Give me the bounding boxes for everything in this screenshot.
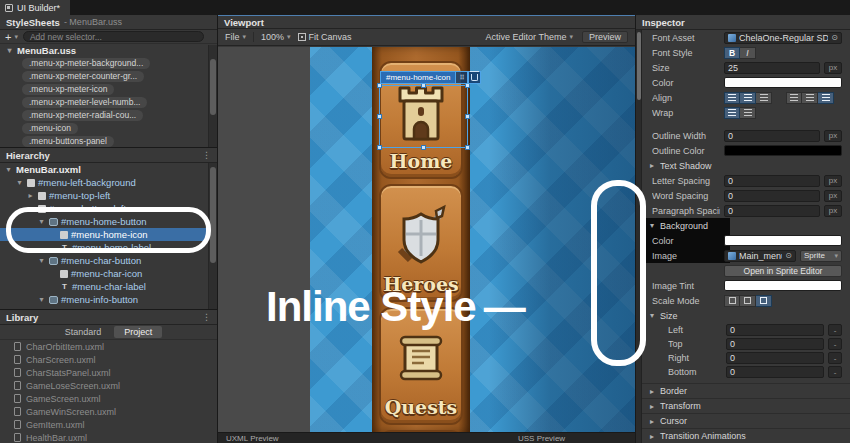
background-foldout[interactable]: ▾ Background (642, 218, 850, 233)
scale-mode-stretch-button[interactable] (724, 295, 740, 307)
uss-selector[interactable]: .menu-buttons-panel (0, 135, 217, 148)
letter-spacing-field[interactable]: 0 (724, 175, 820, 187)
window-tab[interactable]: UI Builder* (0, 0, 70, 15)
add-selector-input[interactable]: Add new selector... (23, 31, 204, 42)
expander-icon[interactable]: ▾ (5, 46, 14, 55)
stylesheet-root-item[interactable]: ▾ MenuBar.uss (0, 44, 217, 57)
hierarchy-scrollbar-thumb[interactable] (210, 167, 216, 263)
add-selector-button[interactable]: + (5, 32, 11, 42)
resize-handle[interactable] (465, 145, 470, 150)
wrap-on-button[interactable] (724, 107, 740, 119)
tab-project[interactable]: Project (114, 326, 162, 338)
library-file-item[interactable]: GameScreen.uxml (0, 392, 217, 405)
paragraph-spacing-unit-dropdown[interactable]: px (824, 205, 842, 217)
hierarchy-menu-icon[interactable]: ⋮ (202, 150, 211, 160)
font-asset-field[interactable]: ChelaOne-Regular SDF T (F ⊙ (724, 32, 842, 44)
uss-selector[interactable]: .menu-xp-meter-background... (0, 57, 217, 70)
word-spacing-unit-dropdown[interactable]: px (824, 190, 842, 202)
inspector-scrollbar-thumb[interactable] (637, 32, 641, 100)
size-left-field[interactable]: 0 (726, 324, 824, 336)
expander-icon[interactable]: ▾ (15, 178, 24, 187)
scale-mode-crop-button[interactable] (740, 295, 756, 307)
size-bottom-unit-dropdown[interactable]: - (828, 366, 842, 378)
library-file-item[interactable]: CharStatsPanel.uxml (0, 366, 217, 379)
scale-mode-fit-button[interactable] (756, 295, 772, 307)
hierarchy-item-menu-char-icon[interactable]: #menu-char-icon (0, 267, 217, 280)
uxml-preview-toggle[interactable]: UXML Preview (226, 434, 279, 443)
size-foldout[interactable]: ▾ Size (642, 308, 850, 323)
resize-handle[interactable] (377, 145, 382, 150)
theme-dropdown[interactable]: Active Editor Theme ▾ (486, 32, 573, 42)
uss-selector[interactable]: .menu-xp-meter-counter-gr... (0, 70, 217, 83)
image-type-dropdown[interactable]: Sprite ▾ (800, 250, 842, 262)
object-picker-icon[interactable]: ⊙ (831, 33, 838, 42)
selection-header[interactable]: #menu-home-icon ⠿ (380, 71, 481, 84)
resize-handle[interactable] (377, 114, 382, 119)
align-horizontal-left-button[interactable] (724, 92, 740, 104)
border-foldout[interactable]: ▸Border (642, 383, 850, 398)
uss-selector[interactable]: .menu-xp-meter-radial-cou... (0, 109, 217, 122)
word-spacing-field[interactable]: 0 (724, 190, 820, 202)
hierarchy-item-menu-top-left[interactable]: ▸#menu-top-left (0, 189, 217, 202)
resize-handle[interactable] (465, 114, 470, 119)
size-right-field[interactable]: 0 (726, 352, 824, 364)
align-vertical-middle-button[interactable] (802, 92, 818, 104)
preview-toggle[interactable]: Preview (582, 31, 628, 43)
selection-delete-button[interactable] (468, 71, 481, 84)
hierarchy-item-menu-char-button[interactable]: ▾#menu-char-button (0, 254, 217, 267)
font-size-field[interactable]: 25 (724, 62, 820, 74)
selection-drag-handle-icon[interactable]: ⠿ (455, 71, 468, 84)
align-vertical-bottom-button[interactable] (818, 92, 834, 104)
library-file-item[interactable]: CharScreen.uxml (0, 353, 217, 366)
align-horizontal-right-button[interactable] (756, 92, 772, 104)
library-menu-icon[interactable]: ⋮ (202, 312, 211, 322)
size-right-unit-dropdown[interactable]: - (828, 352, 842, 364)
hierarchy-item-menu-info-button[interactable]: ▾#menu-info-button (0, 293, 217, 306)
object-picker-icon[interactable]: ⊙ (785, 251, 792, 260)
outline-width-field[interactable]: 0 (724, 130, 820, 142)
hierarchy-item-menu-char-label[interactable]: T#menu-char-label (0, 280, 217, 293)
file-menu[interactable]: File ▾ (225, 32, 246, 42)
stylesheets-scrollbar-thumb[interactable] (210, 59, 216, 115)
size-bottom-field[interactable]: 0 (726, 366, 824, 378)
library-file-item[interactable]: GemItem.uxml (0, 418, 217, 431)
library-file-item[interactable]: GameWinScreen.uxml (0, 405, 217, 418)
tab-standard[interactable]: Standard (55, 326, 112, 338)
size-top-field[interactable]: 0 (726, 338, 824, 350)
font-color-swatch[interactable] (724, 77, 842, 88)
uss-preview-toggle[interactable]: USS Preview (518, 434, 565, 443)
align-horizontal-center-button[interactable] (740, 92, 756, 104)
transform-foldout[interactable]: ▸Transform (642, 398, 850, 413)
library-file-item[interactable]: CharOrbitItem.uxml (0, 340, 217, 353)
letter-spacing-unit-dropdown[interactable]: px (824, 175, 842, 187)
outline-color-swatch[interactable] (724, 145, 842, 156)
fit-canvas-button[interactable]: Fit Canvas (298, 32, 352, 42)
hierarchy-item-MenuBaruxml[interactable]: ▾MenuBar.uxml (0, 163, 217, 176)
expander-icon[interactable]: ▾ (37, 295, 46, 304)
uss-selector[interactable]: .menu-xp-meter-icon (0, 83, 217, 96)
bold-toggle[interactable]: B (724, 47, 740, 59)
transition-animations-foldout[interactable]: ▸Transition Animations (642, 428, 850, 443)
add-selector-dropdown-icon[interactable]: ▾ (14, 33, 18, 41)
background-color-swatch[interactable] (724, 235, 842, 246)
resize-handle[interactable] (421, 145, 426, 150)
wrap-off-button[interactable] (740, 107, 756, 119)
outline-width-unit-dropdown[interactable]: px (824, 130, 842, 142)
size-top-unit-dropdown[interactable]: - (828, 338, 842, 350)
cursor-foldout[interactable]: ▸Cursor (642, 413, 850, 428)
open-sprite-editor-button[interactable]: Open in Sprite Editor (724, 265, 842, 277)
hierarchy-item-menu-left-background[interactable]: ▾#menu-left-background (0, 176, 217, 189)
uss-selector[interactable]: .menu-icon (0, 122, 217, 135)
library-file-item[interactable]: GameLoseScreen.uxml (0, 379, 217, 392)
uss-selector[interactable]: .menu-xp-meter-level-numb... (0, 96, 217, 109)
paragraph-spacing-field[interactable]: 0 (724, 205, 820, 217)
expander-icon[interactable]: ▾ (4, 165, 13, 174)
expander-icon[interactable]: ▾ (37, 256, 46, 265)
align-vertical-top-button[interactable] (786, 92, 802, 104)
text-shadow-foldout[interactable]: ▸ Text Shadow (642, 158, 850, 173)
library-file-item[interactable]: HealthBar.uxml (0, 431, 217, 443)
zoom-dropdown[interactable]: 100% ▾ (261, 32, 291, 42)
viewport-canvas[interactable]: HomeHeroesQuests #menu-home-icon ⠿ (218, 47, 635, 432)
expander-icon[interactable]: ▸ (26, 191, 35, 200)
image-tint-swatch[interactable] (724, 280, 842, 291)
